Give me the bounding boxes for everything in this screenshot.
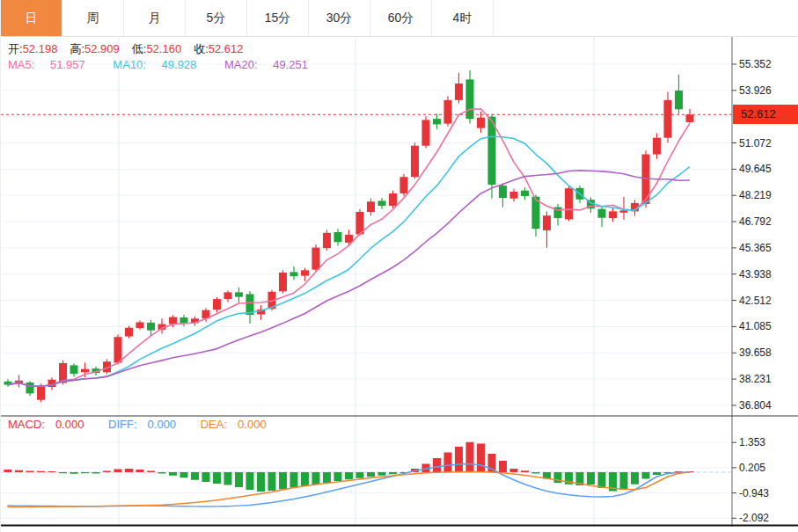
svg-text:38.231: 38.231 bbox=[739, 373, 772, 385]
low-label: 低: bbox=[132, 42, 147, 55]
ma20-value: MA20: 49.251 bbox=[224, 58, 320, 71]
svg-text:48.219: 48.219 bbox=[739, 189, 772, 201]
svg-text:46.792: 46.792 bbox=[739, 215, 772, 228]
tab-month[interactable]: 月 bbox=[124, 0, 186, 36]
tab-15min[interactable]: 15分 bbox=[247, 0, 309, 36]
open-label: 开: bbox=[8, 42, 23, 55]
tab-5min[interactable]: 5分 bbox=[186, 0, 247, 36]
ma-info: MA5: 51.957 MA10: 49.928 MA20: 49.251 bbox=[8, 58, 333, 71]
tab-week[interactable]: 周 bbox=[62, 0, 124, 36]
svg-text:51.072: 51.072 bbox=[739, 137, 772, 149]
ma10-line bbox=[8, 136, 690, 386]
svg-text:41.085: 41.085 bbox=[739, 320, 772, 332]
high-label: 高: bbox=[70, 42, 84, 55]
svg-text:39.658: 39.658 bbox=[739, 346, 772, 359]
svg-text:45.365: 45.365 bbox=[739, 242, 772, 254]
trading-chart-app: 日 周 月 5分 15分 30分 60分 4时 55.35253.92651.0… bbox=[0, 0, 798, 532]
svg-text:49.645: 49.645 bbox=[739, 163, 772, 175]
tab-day[interactable]: 日 bbox=[1, 0, 62, 36]
chart-canvas[interactable]: 55.35253.92651.07249.64548.21946.79245.3… bbox=[1, 0, 798, 532]
open-value: 52.198 bbox=[23, 42, 58, 55]
diff-value: DIFF:0.000 bbox=[108, 418, 187, 431]
svg-text:42.512: 42.512 bbox=[739, 295, 772, 307]
dea-value: DEA:0.000 bbox=[201, 418, 277, 431]
close-label: 收: bbox=[194, 42, 209, 55]
ma5-value: MA5: 51.957 bbox=[8, 58, 98, 71]
macd-axis-labels: 1.3530.205-0.943-2.092 bbox=[732, 436, 769, 524]
ohlc-info: 开:52.198高:52.909低:52.160收:52.612 bbox=[8, 41, 256, 57]
macd-histogram bbox=[4, 442, 694, 492]
macd-info: MACD:0.000 DIFF:0.000 DEA:0.000 bbox=[8, 418, 288, 431]
tab-4hour[interactable]: 4时 bbox=[432, 0, 494, 36]
svg-text:0.205: 0.205 bbox=[739, 462, 765, 474]
tab-60min[interactable]: 60分 bbox=[370, 0, 432, 36]
svg-text:-2.092: -2.092 bbox=[739, 512, 769, 524]
svg-text:55.352: 55.352 bbox=[739, 58, 772, 70]
tab-30min[interactable]: 30分 bbox=[309, 0, 370, 36]
macd-value: MACD:0.000 bbox=[8, 418, 94, 431]
svg-text:43.938: 43.938 bbox=[739, 268, 772, 281]
high-value: 52.909 bbox=[84, 42, 120, 55]
close-value: 52.612 bbox=[209, 42, 244, 55]
candlestick-layer bbox=[4, 70, 694, 402]
gridlines bbox=[1, 36, 732, 525]
timeframe-tabbar: 日 周 月 5分 15分 30分 60分 4时 bbox=[1, 0, 798, 37]
last-price-badge: 52.612 bbox=[733, 105, 798, 124]
low-value: 52.160 bbox=[146, 42, 181, 55]
ma10-value: MA10: 49.928 bbox=[113, 58, 209, 71]
svg-text:1.353: 1.353 bbox=[739, 436, 765, 448]
svg-text:-0.943: -0.943 bbox=[739, 487, 769, 499]
svg-text:36.804: 36.804 bbox=[739, 399, 772, 412]
svg-text:53.926: 53.926 bbox=[739, 84, 772, 97]
